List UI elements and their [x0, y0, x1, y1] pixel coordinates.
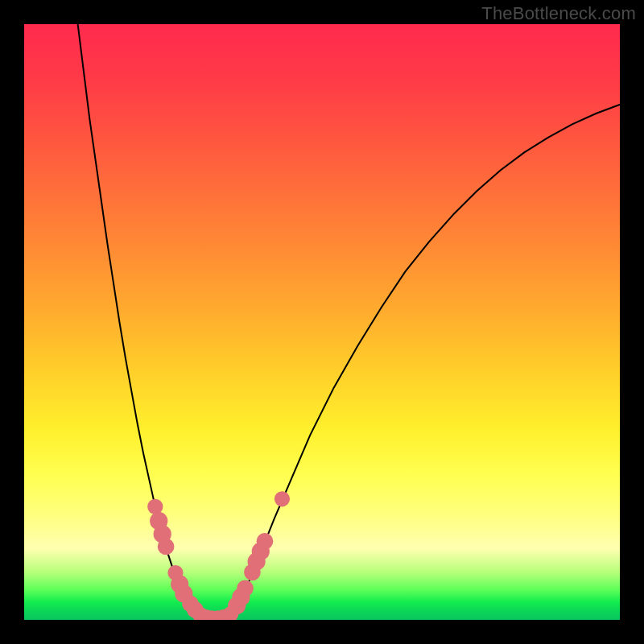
chart-svg-overlay	[24, 24, 620, 620]
data-point	[237, 580, 254, 597]
data-point	[257, 533, 274, 550]
chart-frame: TheBottleneck.com	[0, 0, 644, 644]
data-point	[275, 491, 290, 506]
watermark-text: TheBottleneck.com	[481, 3, 636, 24]
chart-plot-area	[24, 24, 620, 620]
data-point	[147, 499, 163, 514]
data-point	[158, 539, 175, 555]
